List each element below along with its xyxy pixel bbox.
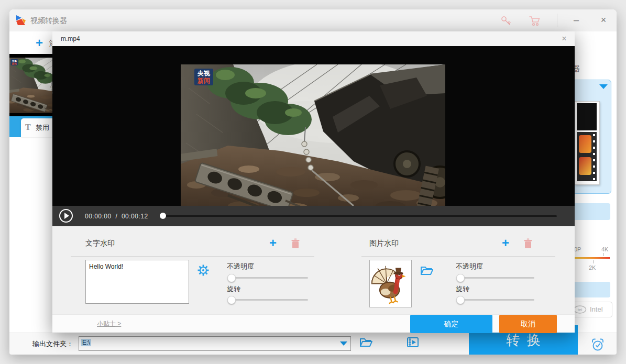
minimize-button[interactable]: – <box>565 9 588 31</box>
resolution-mid-label: 2K <box>589 264 596 271</box>
image-rotate-label: 旋转 <box>456 284 469 294</box>
delete-text-watermark-icon[interactable] <box>291 238 300 249</box>
intel-label: Intel <box>590 305 603 313</box>
dialog-header[interactable]: m.mp4 × <box>52 31 575 46</box>
resolution-gradient-slider[interactable] <box>573 257 610 259</box>
seek-bar[interactable] <box>160 215 557 217</box>
resolution-tick-4k <box>603 253 604 256</box>
text-opacity-label: 不透明度 <box>227 262 254 271</box>
text-rotate-label: 旋转 <box>227 284 240 294</box>
tab-label: 禁用 <box>36 123 49 133</box>
watermark-settings: 文字水印 + Hello World! <box>52 226 575 314</box>
media-library-icon[interactable] <box>407 337 419 348</box>
tips-link[interactable]: 小贴士 > <box>97 319 121 328</box>
add-text-watermark-button[interactable]: + <box>269 238 277 248</box>
resolution-right-label: 4K <box>601 246 608 252</box>
watermark-text-input[interactable]: Hello World! <box>85 260 189 304</box>
intel-logo-icon: tel <box>573 305 587 314</box>
bottom-bar: 输出文件夹： E:\ 转换 <box>9 333 617 355</box>
format-preview-thumbnail <box>575 101 600 185</box>
text-opacity-slider[interactable] <box>229 277 308 279</box>
dialog-close-button[interactable]: × <box>558 32 570 45</box>
playback-controls: 00:00:00 / 00:00:12 <box>52 206 575 226</box>
turkey-image <box>371 261 410 306</box>
titlebar[interactable]: 视频转换器 – × <box>9 9 617 31</box>
file-list-thumbnail-cell[interactable] <box>9 54 52 116</box>
format-select-box[interactable] <box>573 80 611 194</box>
app-logo-icon <box>15 15 26 26</box>
svg-text:tel: tel <box>578 307 583 312</box>
output-folder-value: E:\ <box>81 339 91 346</box>
play-icon <box>64 213 69 219</box>
intel-acceleration-button[interactable]: tel Intel <box>572 302 612 317</box>
text-opacity-knob[interactable] <box>227 274 236 282</box>
format-action-button[interactable] <box>573 203 610 220</box>
image-watermark-title: 图片水印 <box>369 239 399 248</box>
total-time: 00:00:12 <box>122 213 148 220</box>
image-opacity-slider[interactable] <box>458 277 534 279</box>
time-display: 00:00:00 / 00:00:12 <box>85 213 148 220</box>
dialog-title: m.mp4 <box>61 31 80 46</box>
video-preview-zone <box>52 46 575 206</box>
text-tool-icon: T <box>25 123 31 132</box>
dialog-footer: 小贴士 > 确定 取消 <box>52 314 575 333</box>
output-folder-label: 输出文件夹： <box>32 339 73 349</box>
play-button[interactable] <box>59 209 73 223</box>
schedule-alarm-icon[interactable] <box>590 337 606 352</box>
image-opacity-knob[interactable] <box>456 274 465 282</box>
add-image-watermark-button[interactable]: + <box>502 238 509 248</box>
app-title: 视频转换器 <box>30 9 67 31</box>
current-time: 00:00:00 <box>85 213 112 220</box>
seek-knob[interactable] <box>160 213 166 219</box>
image-opacity-label: 不透明度 <box>456 262 483 271</box>
watermark-dialog: m.mp4 × 00:00:00 / 00:00:12 文字水印 + <box>52 31 575 333</box>
resolution-left-label: 0P <box>574 246 581 252</box>
screen: 视频转换器 – × + 添 T 禁用 <box>0 0 626 364</box>
resolution-tick-2k <box>593 260 594 263</box>
image-rotate-slider[interactable] <box>458 299 534 301</box>
open-output-folder-icon[interactable] <box>359 337 373 348</box>
video-frame[interactable] <box>181 64 445 215</box>
quality-action-button[interactable] <box>573 282 610 297</box>
window-close-button[interactable]: × <box>592 9 615 31</box>
watermark-image-preview[interactable] <box>369 260 412 307</box>
text-settings-gear-icon[interactable] <box>197 264 209 276</box>
shopping-cart-icon[interactable] <box>529 15 541 26</box>
video-thumbnail[interactable] <box>9 58 52 113</box>
text-rotate-knob[interactable] <box>227 296 236 304</box>
ok-button[interactable]: 确定 <box>410 315 492 333</box>
output-folder-dropdown-arrow-icon[interactable] <box>340 341 347 346</box>
image-rotate-knob[interactable] <box>456 296 465 304</box>
text-watermark-title: 文字水印 <box>85 239 115 248</box>
register-key-icon[interactable] <box>500 15 512 26</box>
delete-image-watermark-icon[interactable] <box>523 238 533 249</box>
format-dropdown-arrow-icon[interactable] <box>599 84 608 89</box>
titlebar-divider <box>557 14 557 27</box>
cancel-button[interactable]: 取消 <box>499 315 557 333</box>
text-rotate-slider[interactable] <box>229 299 308 301</box>
time-separator: / <box>115 213 117 220</box>
browse-image-folder-icon[interactable] <box>420 265 434 277</box>
image-section-divider <box>361 256 555 257</box>
add-file-plus-icon[interactable]: + <box>36 36 43 50</box>
text-section-divider <box>71 256 314 257</box>
output-folder-combobox[interactable]: E:\ <box>79 336 351 351</box>
